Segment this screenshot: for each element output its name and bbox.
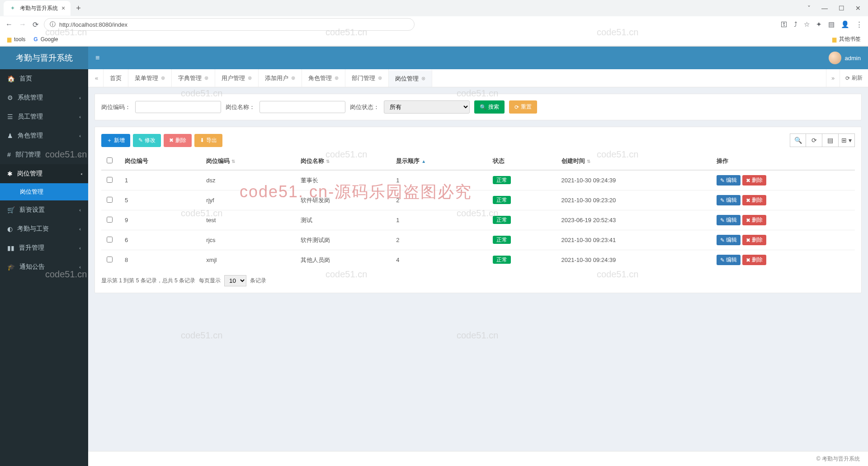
col-code[interactable]: 岗位编码⇅ bbox=[201, 152, 295, 170]
user-area[interactable]: admin bbox=[829, 52, 861, 64]
tab-role[interactable]: 角色管理⊗ bbox=[302, 69, 345, 87]
tab-menu[interactable]: 菜单管理⊗ bbox=[128, 69, 172, 87]
pager-perpage-select[interactable]: 10 bbox=[224, 275, 246, 286]
new-tab-button[interactable]: + bbox=[72, 4, 85, 13]
window-controls: ˅ — ☐ ✕ bbox=[807, 5, 868, 12]
sidebar-item-dept[interactable]: #部门管理‹ bbox=[0, 145, 88, 164]
col-name[interactable]: 岗位名称⇅ bbox=[295, 152, 391, 170]
row-edit-button[interactable]: ✎编辑 bbox=[717, 255, 741, 265]
url-input[interactable]: ⓘ http://localhost:8080/index bbox=[44, 18, 415, 31]
reset-button[interactable]: ⟳重置 bbox=[509, 100, 537, 114]
hamburger-icon[interactable]: ≡ bbox=[95, 54, 99, 62]
sidebar-item-employee[interactable]: ☰员工管理‹ bbox=[0, 107, 88, 126]
tabs-scroll-right[interactable]: » bbox=[826, 69, 840, 87]
nav-reload-icon[interactable]: ⟳ bbox=[33, 20, 38, 29]
status-badge: 正常 bbox=[493, 176, 511, 184]
row-edit-button[interactable]: ✎编辑 bbox=[717, 215, 741, 225]
row-delete-button[interactable]: ✖删除 bbox=[742, 235, 766, 245]
site-info-icon[interactable]: ⓘ bbox=[50, 20, 56, 29]
row-edit-button[interactable]: ✎编辑 bbox=[717, 235, 741, 245]
close-icon[interactable]: ⊗ bbox=[204, 75, 208, 81]
bookmark-google[interactable]: GGoogle bbox=[33, 36, 58, 43]
tab-dict[interactable]: 字典管理⊗ bbox=[172, 69, 215, 87]
table-columns-button[interactable]: ⊞ ▾ bbox=[839, 133, 855, 147]
close-icon[interactable]: ⊗ bbox=[248, 75, 252, 81]
nav-forward-icon[interactable]: → bbox=[19, 20, 26, 29]
edit-button[interactable]: ✎修改 bbox=[133, 134, 161, 147]
row-checkbox[interactable] bbox=[107, 177, 113, 183]
nav-back-icon[interactable]: ← bbox=[5, 20, 13, 29]
sidebar-item-home[interactable]: 🏠首页 bbox=[0, 69, 88, 88]
browser-tab[interactable]: ✦ 考勤与晋升系统 × bbox=[4, 1, 71, 16]
edit-icon: ✎ bbox=[720, 197, 725, 204]
select-all-checkbox[interactable] bbox=[107, 157, 113, 163]
table-row: 9test测试1正常2023-06-19 20:52:43✎编辑✖删除 bbox=[101, 210, 855, 230]
close-icon[interactable]: ⊗ bbox=[378, 75, 382, 81]
sidebar-item-system[interactable]: ⚙系统管理‹ bbox=[0, 88, 88, 107]
window-dropdown-icon[interactable]: ˅ bbox=[807, 5, 811, 12]
sidebar-item-attendance[interactable]: ◐考勤与工资‹ bbox=[0, 219, 88, 238]
filter-name-label: 岗位名称： bbox=[226, 103, 255, 111]
tab-dept[interactable]: 部门管理⊗ bbox=[345, 69, 389, 87]
row-edit-button[interactable]: ✎编辑 bbox=[717, 195, 741, 205]
cell-order: 4 bbox=[391, 250, 487, 270]
tab-post[interactable]: 岗位管理⊗ bbox=[389, 69, 432, 87]
table-toggle-button[interactable]: ▤ bbox=[822, 133, 839, 147]
row-edit-button[interactable]: ✎编辑 bbox=[717, 175, 741, 185]
row-delete-button[interactable]: ✖删除 bbox=[742, 195, 766, 205]
sidebar-subitem-post-manage[interactable]: 岗位管理 bbox=[0, 183, 88, 200]
sidebar-item-promotion[interactable]: ▮▮晋升管理‹ bbox=[0, 238, 88, 257]
row-delete-button[interactable]: ✖删除 bbox=[742, 175, 766, 185]
cell-created: 2023-06-19 20:52:43 bbox=[556, 210, 711, 230]
filter-status-select[interactable]: 所有 bbox=[384, 100, 470, 114]
sidebar-item-post[interactable]: ✱岗位管理˅ bbox=[0, 164, 88, 183]
delete-button[interactable]: ✖删除 bbox=[164, 134, 192, 147]
row-delete-button[interactable]: ✖删除 bbox=[742, 255, 766, 265]
col-order[interactable]: 显示顺序▲ bbox=[391, 152, 487, 170]
row-checkbox[interactable] bbox=[107, 197, 113, 203]
profile-icon[interactable]: 👤 bbox=[841, 20, 849, 29]
bookmark-tools[interactable]: ▆tools bbox=[7, 36, 25, 43]
close-icon[interactable]: ⊗ bbox=[161, 75, 165, 81]
col-created[interactable]: 创建时间⇅ bbox=[556, 152, 711, 170]
add-button[interactable]: ＋新增 bbox=[101, 134, 130, 147]
browser-menu-icon[interactable]: ⋮ bbox=[856, 20, 863, 29]
sidebar-item-notice[interactable]: 🎓通知公告‹ bbox=[0, 257, 88, 276]
window-close-icon[interactable]: ✕ bbox=[855, 5, 861, 12]
col-id[interactable]: 岗位编号 bbox=[119, 152, 201, 170]
side-panel-icon[interactable]: ▤ bbox=[828, 20, 835, 29]
extensions-icon[interactable]: ✦ bbox=[816, 20, 822, 29]
cell-created: 2021-10-30 09:24:39 bbox=[556, 170, 711, 190]
tab-home[interactable]: 首页 bbox=[104, 69, 128, 87]
close-icon[interactable]: ⊗ bbox=[335, 75, 339, 81]
row-delete-button[interactable]: ✖删除 bbox=[742, 215, 766, 225]
bookmark-other[interactable]: ▆其他书签 bbox=[832, 35, 861, 43]
search-button[interactable]: 🔍搜索 bbox=[474, 100, 505, 114]
browser-tab-title: 考勤与晋升系统 bbox=[20, 5, 58, 12]
star-icon[interactable]: ☆ bbox=[804, 20, 810, 29]
export-button[interactable]: ⬇导出 bbox=[194, 134, 222, 147]
key-icon[interactable]: ⚿ bbox=[781, 20, 788, 29]
sidebar-item-salary[interactable]: 🛒薪资设置‹ bbox=[0, 200, 88, 219]
col-status: 状态 bbox=[487, 152, 556, 170]
tab-close-icon[interactable]: × bbox=[61, 5, 65, 12]
tabs-refresh[interactable]: ⟳刷新 bbox=[840, 69, 868, 87]
close-icon[interactable]: ⊗ bbox=[421, 76, 425, 81]
table-refresh-button[interactable]: ⟳ bbox=[806, 133, 822, 147]
tab-adduser[interactable]: 添加用户⊗ bbox=[259, 69, 302, 87]
asterisk-icon: ✱ bbox=[7, 170, 13, 177]
cell-id: 1 bbox=[119, 170, 201, 190]
window-minimize-icon[interactable]: — bbox=[821, 5, 828, 12]
tabs-scroll-left[interactable]: « bbox=[90, 69, 104, 87]
row-checkbox[interactable] bbox=[107, 237, 113, 243]
filter-name-input[interactable] bbox=[259, 101, 345, 113]
sidebar-item-role[interactable]: ♟角色管理‹ bbox=[0, 126, 88, 145]
row-checkbox[interactable] bbox=[107, 217, 113, 223]
close-icon[interactable]: ⊗ bbox=[291, 75, 295, 81]
row-checkbox[interactable] bbox=[107, 257, 113, 262]
tab-user[interactable]: 用户管理⊗ bbox=[215, 69, 259, 87]
table-search-button[interactable]: 🔍 bbox=[790, 133, 806, 147]
share-icon[interactable]: ⤴ bbox=[794, 20, 797, 29]
window-maximize-icon[interactable]: ☐ bbox=[839, 5, 844, 12]
filter-code-input[interactable] bbox=[135, 101, 221, 113]
